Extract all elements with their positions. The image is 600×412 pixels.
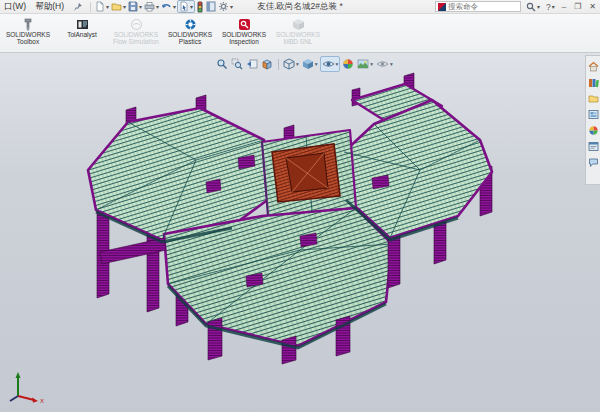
plastics-icon: [184, 17, 197, 30]
chevron-down-icon: ▾: [190, 3, 193, 10]
chevron-down-icon: ▾: [537, 3, 540, 10]
restore-button[interactable]: ❐: [570, 2, 585, 11]
chevron-down-icon: ▾: [296, 61, 299, 67]
zoom-to-area-button[interactable]: [230, 57, 244, 71]
addin-label: TolAnalyst: [67, 31, 97, 38]
rebuild-button[interactable]: [195, 0, 205, 13]
help-glyph: ?: [546, 2, 551, 12]
file-properties-button[interactable]: [205, 0, 217, 13]
apply-scene-button[interactable]: ▾: [356, 57, 374, 71]
assembly-model-formwork[interactable]: [0, 53, 600, 412]
undo-button[interactable]: ▾: [160, 0, 177, 13]
chevron-down-icon: ▾: [230, 3, 233, 10]
heads-up-view-toolbar: ▾ ▾ ▾ ▾ ▾: [215, 56, 395, 72]
file-explorer-tab[interactable]: [587, 90, 600, 106]
mbd-cube-icon: [292, 17, 305, 30]
addin-inspection[interactable]: SOLIDWORKS Inspection: [218, 16, 270, 51]
section-view-button[interactable]: [260, 57, 274, 71]
print-button[interactable]: ▾: [143, 0, 160, 13]
toolbox-bolt-icon: [22, 17, 34, 30]
addin-mbd-snl[interactable]: SOLIDWORKS MBD SNL: [272, 16, 324, 51]
separator: [90, 2, 91, 12]
previous-view-button[interactable]: [245, 57, 259, 71]
open-document-button[interactable]: ▾: [110, 0, 127, 13]
title-bar: 口(W) 帮助(H) ▾ ▾ ▾ ▾ ▾ ▾ ▾ 友佳.欧尚名城2#总装 *: [0, 0, 600, 14]
addin-label: SOLIDWORKS MBD SNL: [272, 31, 324, 45]
tolanalyst-icon: [76, 17, 89, 30]
pin-icon[interactable]: [73, 2, 83, 12]
addin-plastics[interactable]: SOLIDWORKS Plastics: [164, 16, 216, 51]
close-button[interactable]: ✕: [585, 2, 600, 11]
hide-show-items-button[interactable]: ▾: [320, 56, 341, 72]
menu-help[interactable]: 帮助(H): [30, 1, 69, 13]
chevron-down-icon: ▾: [552, 3, 555, 10]
search-scope-button[interactable]: ▾: [523, 2, 543, 12]
chevron-down-icon: ▾: [156, 3, 159, 10]
search-input[interactable]: [448, 2, 512, 11]
menu-window-partial[interactable]: 口(W): [0, 1, 30, 13]
appearances-scenes-tab[interactable]: [587, 122, 600, 138]
new-document-button[interactable]: ▾: [94, 0, 110, 13]
solidworks-forum-tab[interactable]: [587, 154, 600, 170]
addin-label: SOLIDWORKS Inspection: [218, 31, 270, 45]
graphics-viewport[interactable]: ▾ ▾ ▾ ▾ ▾: [0, 53, 600, 412]
addin-flow-simulation[interactable]: SOLIDWORKS Flow Simulation: [110, 16, 162, 51]
selection-filter-button[interactable]: ▾: [177, 0, 195, 13]
addin-label: SOLIDWORKS Flow Simulation: [110, 31, 162, 45]
chevron-down-icon: ▾: [139, 3, 142, 10]
view-settings-button[interactable]: ▾: [375, 57, 394, 71]
triad-x-label: X: [40, 398, 44, 404]
addin-solidworks-toolbox[interactable]: SOLIDWORKS Toolbox: [2, 16, 54, 51]
task-pane-tab-strip: [585, 55, 600, 185]
inspection-icon: [238, 17, 251, 30]
separator: [278, 59, 279, 70]
solidworks-resources-tab[interactable]: [587, 58, 600, 74]
view-orientation-button[interactable]: ▾: [282, 57, 300, 71]
addin-label: SOLIDWORKS Toolbox: [2, 31, 54, 45]
reference-triad: X: [6, 370, 46, 404]
zoom-to-fit-button[interactable]: [215, 57, 229, 71]
save-button[interactable]: ▾: [127, 0, 143, 13]
chevron-down-icon: ▾: [315, 61, 318, 67]
display-style-button[interactable]: ▾: [301, 57, 319, 71]
chevron-down-icon: ▾: [390, 61, 393, 67]
red-core-zone[interactable]: [272, 144, 340, 202]
custom-properties-tab[interactable]: [587, 138, 600, 154]
chevron-down-icon: ▾: [106, 3, 109, 10]
flow-simulation-icon: [130, 17, 143, 30]
addins-toolbar: SOLIDWORKS Toolbox TolAnalyst SOLIDWORKS…: [0, 14, 600, 53]
chevron-down-icon: ▾: [336, 61, 339, 67]
addin-label: SOLIDWORKS Plastics: [164, 31, 216, 45]
solidworks-logo-icon: [438, 3, 446, 11]
chevron-down-icon: ▾: [173, 3, 176, 10]
chevron-down-icon: ▾: [123, 3, 126, 10]
command-search-box[interactable]: [435, 1, 521, 12]
design-library-tab[interactable]: [587, 74, 600, 90]
minimize-button[interactable]: –: [558, 2, 570, 11]
chevron-down-icon: ▾: [370, 61, 373, 67]
help-button[interactable]: ? ▾: [543, 2, 558, 12]
edit-appearance-button[interactable]: [341, 57, 355, 71]
options-button[interactable]: ▾: [217, 0, 234, 13]
addin-tolanalyst[interactable]: TolAnalyst: [56, 16, 108, 51]
view-palette-tab[interactable]: [587, 106, 600, 122]
